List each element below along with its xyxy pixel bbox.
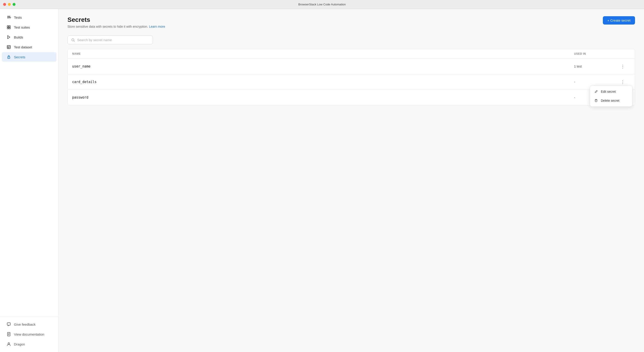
svg-rect-22 xyxy=(595,100,597,102)
window-title: BrowserStack Low Code Automation xyxy=(298,3,346,6)
maximize-button[interactable] xyxy=(12,3,16,6)
subtitle-text: Store sensitive data with secrets to hid… xyxy=(68,25,148,28)
sidebar-item-give-feedback[interactable]: Give feedback xyxy=(2,319,56,329)
svg-line-21 xyxy=(74,41,74,41)
app-layout: Tests Test suites xyxy=(0,9,644,352)
delete-icon xyxy=(594,99,598,103)
sidebar-item-builds[interactable]: Builds xyxy=(2,33,56,42)
table-row: user_name 1 test ⋮ xyxy=(68,59,635,74)
context-menu-edit-secret[interactable]: Edit secret xyxy=(590,87,632,96)
search-container xyxy=(68,36,635,44)
sidebar-nav: Tests Test suites xyxy=(0,9,58,317)
sidebar-item-user[interactable]: Dragon xyxy=(2,339,56,349)
context-menu: Edit secret Delete secret xyxy=(590,86,632,107)
sidebar-item-secrets-label: Secrets xyxy=(14,55,26,59)
page-title-section: Secrets Store sensitive data with secret… xyxy=(68,16,165,28)
sidebar-item-builds-label: Builds xyxy=(14,35,23,39)
svg-rect-8 xyxy=(7,46,10,49)
sidebar-item-view-documentation-label: View documentation xyxy=(14,332,44,336)
row-1-used-in: 1 test xyxy=(574,65,619,68)
secrets-table: NAME USED IN user_name 1 test ⋮ card_det… xyxy=(68,49,635,105)
row-3-name: password xyxy=(72,95,574,100)
svg-rect-6 xyxy=(9,28,10,29)
builds-icon xyxy=(6,35,11,40)
svg-rect-4 xyxy=(9,26,10,27)
documentation-icon xyxy=(6,332,11,337)
table-header: NAME USED IN xyxy=(68,49,635,59)
title-bar: BrowserStack Low Code Automation xyxy=(0,0,644,9)
edit-icon xyxy=(594,90,598,94)
secrets-icon xyxy=(6,55,11,59)
sidebar-item-view-documentation[interactable]: View documentation xyxy=(2,329,56,339)
user-icon xyxy=(6,342,11,346)
table-header-name: NAME xyxy=(72,52,574,55)
learn-more-link[interactable]: Learn more xyxy=(149,25,165,28)
search-input[interactable] xyxy=(77,38,149,42)
row-1-menu-button[interactable]: ⋮ xyxy=(619,63,626,70)
test-dataset-icon xyxy=(6,45,11,50)
context-menu-delete-secret[interactable]: Delete secret xyxy=(590,96,632,105)
table-header-used-in: USED IN xyxy=(574,52,619,55)
feedback-icon xyxy=(6,322,11,327)
sidebar-item-secrets[interactable]: Secrets xyxy=(2,52,56,62)
page-subtitle: Store sensitive data with secrets to hid… xyxy=(68,25,165,28)
main-content: Secrets Store sensitive data with secret… xyxy=(58,9,644,352)
sidebar-item-test-dataset[interactable]: Test dataset xyxy=(2,42,56,52)
table-row: password - ⋮ xyxy=(68,90,635,105)
create-secret-button[interactable]: + Create secret xyxy=(603,16,635,25)
page-header: Secrets Store sensitive data with secret… xyxy=(68,16,635,28)
row-2-used-in: - xyxy=(574,80,619,84)
window-controls xyxy=(3,3,16,6)
sidebar: Tests Test suites xyxy=(0,9,58,352)
svg-rect-3 xyxy=(7,26,8,27)
sidebar-item-give-feedback-label: Give feedback xyxy=(14,322,36,326)
close-button[interactable] xyxy=(3,3,6,6)
sidebar-user-name: Dragon xyxy=(14,342,25,346)
sidebar-bottom: Give feedback View documentation xyxy=(0,317,58,352)
minimize-button[interactable] xyxy=(8,3,11,6)
context-menu-edit-label: Edit secret xyxy=(601,90,616,93)
svg-rect-14 xyxy=(7,323,10,325)
sidebar-item-test-suites[interactable]: Test suites xyxy=(2,23,56,32)
sidebar-item-tests-label: Tests xyxy=(14,16,22,19)
svg-point-19 xyxy=(8,343,10,344)
row-1-name: user_name xyxy=(72,64,574,68)
sidebar-item-tests[interactable]: Tests xyxy=(2,13,56,22)
row-2-name: card_details xyxy=(72,80,574,84)
table-header-actions xyxy=(619,52,630,55)
svg-rect-5 xyxy=(7,28,8,29)
sidebar-item-test-dataset-label: Test dataset xyxy=(14,45,32,49)
row-2-menu-button[interactable]: ⋮ xyxy=(619,78,626,86)
tests-icon xyxy=(6,15,11,20)
sidebar-item-test-suites-label: Test suites xyxy=(14,26,30,29)
svg-marker-7 xyxy=(8,36,10,39)
svg-point-13 xyxy=(8,57,9,58)
search-icon xyxy=(71,38,75,42)
context-menu-delete-label: Delete secret xyxy=(601,99,619,102)
page-title: Secrets xyxy=(68,16,165,24)
table-row: card_details - ⋮ Edit secret xyxy=(68,74,635,90)
search-box xyxy=(68,36,153,44)
test-suites-icon xyxy=(6,25,11,30)
